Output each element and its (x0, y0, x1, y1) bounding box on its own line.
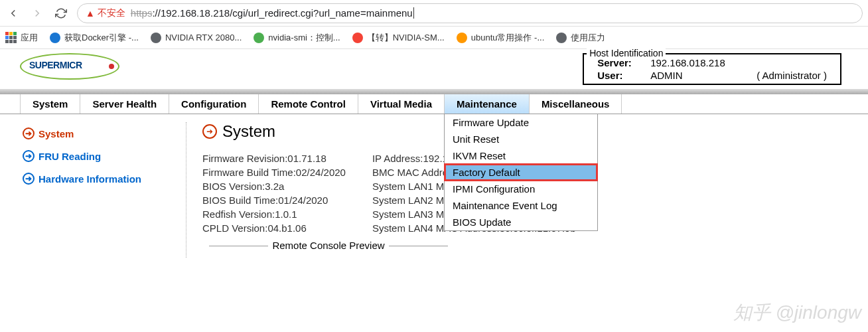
dd-maintenance-event-log[interactable]: Maintenance Event Log (445, 197, 597, 214)
arrow-right-icon: ➜ (23, 150, 35, 162)
dd-bios-update[interactable]: BIOS Update (445, 214, 597, 230)
server-value: 192.168.018.218 (650, 57, 743, 68)
bookmark-label: nvidia-smi：控制... (268, 32, 340, 44)
favicon-icon (457, 33, 467, 43)
bookmark-item[interactable]: NVIDIA RTX 2080... (151, 33, 242, 43)
reload-button[interactable] (53, 5, 69, 21)
bookmark-item[interactable]: 【转】NVIDIA-SM... (352, 32, 445, 44)
info-value: 04.b1.06 (267, 222, 306, 234)
bookmarks-bar: 应用 获取Docker引擎 -... NVIDIA RTX 2080... nv… (0, 27, 868, 49)
info-row: BIOS Build Time: 01/24/2020 (202, 195, 346, 206)
arrow-right-icon: ➜ (23, 127, 35, 139)
sidebar-item-fru-reading[interactable]: ➜ FRU Reading (20, 145, 186, 167)
not-secure-label: 不安全 (98, 7, 125, 19)
arrow-right-icon: ➜ (23, 173, 35, 185)
bookmark-item[interactable]: 使用压力 (556, 32, 605, 44)
dd-firmware-update[interactable]: Firmware Update (445, 114, 597, 131)
bookmark-label: NVIDIA RTX 2080... (165, 33, 242, 42)
info-value: 01/24/2020 (278, 195, 328, 206)
bookmark-item[interactable]: 获取Docker引擎 -... (50, 32, 139, 44)
menu-server-health[interactable]: Server Health (80, 94, 169, 114)
user-label: User: (597, 70, 637, 81)
menu-virtual-media[interactable]: Virtual Media (358, 94, 445, 114)
info-label: Firmware Revision: (202, 153, 287, 164)
sidebar-item-hardware-info[interactable]: ➜ Hardware Information (20, 167, 186, 190)
dd-ikvm-reset[interactable]: IKVM Reset (445, 147, 597, 164)
page-title-text: System (222, 122, 275, 141)
arrow-right-icon: ➜ (202, 124, 217, 139)
info-value: 3.2a (265, 181, 284, 192)
bookmark-item[interactable]: nvidia-smi：控制... (253, 32, 340, 44)
dd-factory-default[interactable]: Factory Default (445, 164, 597, 181)
bookmark-label: 使用压力 (571, 32, 605, 44)
bookmark-label: ubuntu常用操作 -... (471, 32, 545, 44)
maintenance-dropdown: Firmware Update Unit Reset IKVM Reset Fa… (444, 114, 598, 231)
dd-ipmi-configuration[interactable]: IPMI Configuration (445, 181, 597, 197)
info-label: Redfish Version: (202, 208, 275, 220)
server-label: Server: (597, 57, 637, 68)
menu-configuration[interactable]: Configuration (169, 94, 259, 114)
bookmark-label: 获取Docker引擎 -... (64, 32, 139, 44)
bookmark-label: 【转】NVIDIA-SM... (367, 32, 445, 44)
content-area: ➜ System ➜ FRU Reading ➜ Hardware Inform… (0, 114, 868, 258)
back-button[interactable] (5, 5, 21, 21)
info-value: 01.71.18 (287, 153, 326, 164)
menu-miscellaneous[interactable]: Miscellaneous (530, 94, 622, 114)
remote-console-label: Remote Console Preview (268, 240, 388, 251)
info-value: 1.0.1 (275, 208, 297, 220)
page-header: SUPERMICR Host Identification Server: 19… (0, 49, 868, 89)
menu-remote-control[interactable]: Remote Control (259, 94, 358, 114)
info-row: Firmware Revision: 01.71.18 (202, 153, 346, 164)
main-menu-bar: System Server Health Configuration Remot… (0, 94, 868, 114)
divider-bar (0, 89, 868, 94)
url-bar[interactable]: ▲ 不安全 https://192.168.18.218/cgi/url_red… (77, 3, 863, 23)
apps-icon (5, 32, 17, 43)
warning-icon: ▲ (86, 8, 95, 19)
info-label: BIOS Version: (202, 181, 265, 192)
sidebar-item-system[interactable]: ➜ System (20, 122, 186, 145)
forward-button[interactable] (29, 5, 45, 21)
favicon-icon (50, 33, 60, 43)
remote-console-fieldset: Remote Console Preview (202, 246, 868, 258)
bookmark-item[interactable]: ubuntu常用操作 -... (457, 32, 545, 44)
info-value: 02/24/2020 (296, 167, 346, 178)
sidebar: ➜ System ➜ FRU Reading ➜ Hardware Inform… (20, 122, 186, 258)
host-identification-box: Host Identification Server: 192.168.018.… (583, 53, 841, 85)
info-row: Firmware Build Time: 02/24/2020 (202, 167, 346, 178)
url-text: https://192.168.18.218/cgi/url_redirect.… (131, 7, 414, 19)
info-row: CPLD Version: 04.b1.06 (202, 222, 346, 234)
menu-system[interactable]: System (20, 94, 80, 114)
info-label: Firmware Build Time: (202, 167, 296, 178)
info-label: IP Address: (372, 153, 423, 164)
info-label: BIOS Build Time: (202, 195, 278, 206)
user-value: ADMIN (650, 70, 743, 81)
menu-maintenance-label: Maintenance (457, 98, 517, 110)
menu-maintenance[interactable]: Maintenance Firmware Update Unit Reset I… (445, 94, 530, 114)
vertical-divider (186, 122, 186, 258)
user-role: ( Administrator ) (757, 70, 827, 81)
sidebar-item-label: System (38, 128, 74, 139)
dd-unit-reset[interactable]: Unit Reset (445, 131, 597, 147)
info-row: Redfish Version: 1.0.1 (202, 208, 346, 220)
info-label: CPLD Version: (202, 222, 267, 234)
sidebar-item-label: FRU Reading (38, 151, 101, 162)
favicon-icon (253, 33, 264, 43)
info-column-1: Firmware Revision: 01.71.18 Firmware Bui… (202, 153, 346, 234)
favicon-icon (352, 33, 363, 43)
supermicro-logo: SUPERMICR (20, 53, 119, 81)
favicon-icon (151, 33, 161, 43)
apps-label: 应用 (21, 32, 38, 44)
favicon-icon (556, 33, 567, 43)
host-id-title: Host Identification (587, 48, 666, 58)
apps-button[interactable]: 应用 (5, 32, 38, 44)
sidebar-item-label: Hardware Information (38, 173, 141, 185)
info-row: BIOS Version: 3.2a (202, 181, 346, 192)
browser-nav-bar: ▲ 不安全 https://192.168.18.218/cgi/url_red… (0, 0, 868, 27)
